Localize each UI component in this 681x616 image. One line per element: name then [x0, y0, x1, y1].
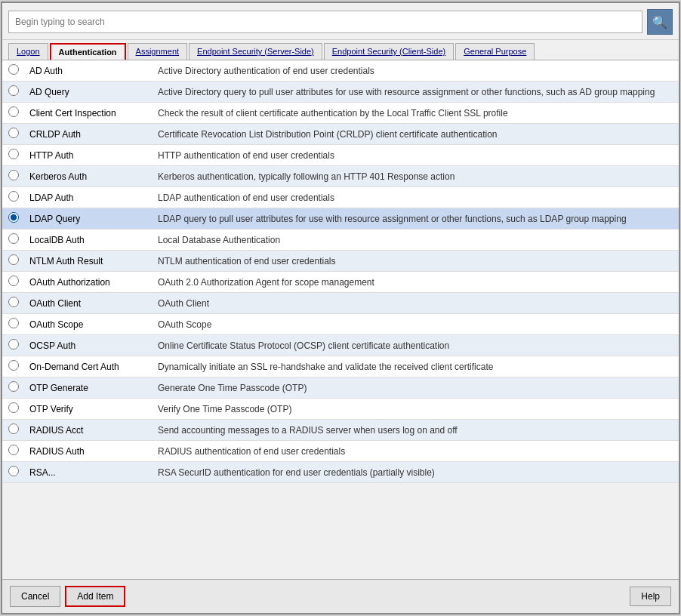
item-radio-ocsp-auth[interactable]: [8, 339, 19, 350]
table-row: OCSP AuthOnline Certificate Status Proto…: [2, 335, 679, 356]
item-radio-otp-verify[interactable]: [8, 402, 19, 413]
item-description: Active Directory query to pull user attr…: [153, 82, 679, 103]
item-description: OAuth 2.0 Authorization Agent for scope …: [153, 272, 679, 293]
item-description: Kerberos authentication, typically follo…: [153, 166, 679, 187]
content-area: AD AuthActive Directory authentication o…: [2, 60, 679, 579]
tab-authentication[interactable]: Authentication: [50, 43, 126, 60]
item-description: Dynamically initiate an SSL re-handshake…: [153, 356, 679, 377]
dialog: 🔍 LogonAuthenticationAssignmentEndpoint …: [1, 2, 680, 614]
table-row: OAuth AuthorizationOAuth 2.0 Authorizati…: [2, 272, 679, 293]
item-description: Check the result of client certificate a…: [153, 103, 679, 124]
tab-endpoint-client[interactable]: Endpoint Security (Client-Side): [324, 43, 454, 60]
item-name: On-Demand Cert Auth: [25, 356, 153, 377]
table-row: OTP GenerateGenerate One Time Passcode (…: [2, 377, 679, 399]
table-row: Kerberos AuthKerberos authentication, ty…: [2, 166, 679, 187]
item-name: AD Auth: [25, 60, 153, 82]
item-description: Verify One Time Passcode (OTP): [153, 399, 679, 420]
item-description: Send accounting messages to a RADIUS ser…: [153, 420, 679, 441]
table-row: AD QueryActive Directory query to pull u…: [2, 82, 679, 103]
item-radio-localdb-auth[interactable]: [8, 233, 19, 244]
item-name: OTP Generate: [25, 377, 153, 399]
table-row: RADIUS AuthRADIUS authentication of end …: [2, 441, 679, 462]
item-radio-oauth-scope[interactable]: [8, 318, 19, 328]
item-description: RADIUS authentication of end user creden…: [153, 441, 679, 462]
item-description: NTLM authentication of end user credenti…: [153, 251, 679, 272]
item-radio-crldp-auth[interactable]: [8, 128, 19, 138]
cancel-button[interactable]: Cancel: [10, 586, 60, 607]
item-description: OAuth Client: [153, 293, 679, 314]
item-name: RSA...: [25, 462, 153, 483]
table-row: CRLDP AuthCertificate Revocation List Di…: [2, 124, 679, 145]
tab-general[interactable]: General Purpose: [455, 43, 535, 60]
table-row: OTP VerifyVerify One Time Passcode (OTP): [2, 399, 679, 420]
item-description: RSA SecurID authentication for end user …: [153, 462, 679, 483]
item-radio-ondemand-cert[interactable]: [8, 360, 19, 371]
item-name: LocalDB Auth: [25, 229, 153, 251]
item-name: OAuth Authorization: [25, 272, 153, 293]
search-bar: 🔍: [2, 3, 679, 40]
item-description: Certificate Revocation List Distribution…: [153, 124, 679, 145]
item-radio-http-auth[interactable]: [8, 149, 19, 159]
table-row: AD AuthActive Directory authentication o…: [2, 60, 679, 82]
item-radio-radius-acct[interactable]: [8, 424, 19, 434]
help-button[interactable]: Help: [630, 587, 671, 606]
item-radio-oauth-client[interactable]: [8, 297, 19, 307]
item-description: OAuth Scope: [153, 314, 679, 335]
item-description: Local Database Authentication: [153, 229, 679, 251]
item-radio-client-cert[interactable]: [8, 106, 19, 117]
table-row: NTLM Auth ResultNTLM authentication of e…: [2, 251, 679, 272]
table-row: OAuth ScopeOAuth Scope: [2, 314, 679, 335]
search-input[interactable]: [8, 11, 642, 33]
tab-assignment[interactable]: Assignment: [128, 43, 187, 60]
items-table-container[interactable]: AD AuthActive Directory authentication o…: [2, 60, 679, 579]
item-description: Online Certificate Status Protocol (OCSP…: [153, 335, 679, 356]
table-row: RSA...RSA SecurID authentication for end…: [2, 462, 679, 483]
tabs-container: LogonAuthenticationAssignmentEndpoint Se…: [2, 40, 679, 60]
item-name: AD Query: [25, 82, 153, 103]
item-name: RADIUS Auth: [25, 441, 153, 462]
add-item-button[interactable]: Add Item: [65, 586, 125, 607]
search-button[interactable]: 🔍: [647, 9, 673, 35]
item-description: HTTP authentication of end user credenti…: [153, 145, 679, 166]
search-icon: 🔍: [652, 15, 667, 29]
table-row: On-Demand Cert AuthDynamically initiate …: [2, 356, 679, 377]
items-table: AD AuthActive Directory authentication o…: [2, 60, 679, 483]
table-row: LocalDB AuthLocal Database Authenticatio…: [2, 229, 679, 251]
item-radio-ad-auth[interactable]: [8, 64, 19, 75]
item-description: Active Directory authentication of end u…: [153, 60, 679, 82]
table-row: HTTP AuthHTTP authentication of end user…: [2, 145, 679, 166]
item-name: Client Cert Inspection: [25, 103, 153, 124]
item-radio-ldap-query[interactable]: [8, 212, 19, 223]
item-description: Generate One Time Passcode (OTP): [153, 377, 679, 399]
item-radio-ad-query[interactable]: [8, 85, 19, 96]
table-row: Client Cert InspectionCheck the result o…: [2, 103, 679, 124]
table-row: LDAP QueryLDAP query to pull user attrib…: [2, 208, 679, 229]
item-radio-otp-generate[interactable]: [8, 381, 19, 392]
item-radio-radius-auth[interactable]: [8, 445, 19, 455]
item-radio-ldap-auth[interactable]: [8, 191, 19, 202]
footer-left: Cancel Add Item: [10, 586, 125, 607]
item-name: Kerberos Auth: [25, 166, 153, 187]
item-name: RADIUS Acct: [25, 420, 153, 441]
table-row: LDAP AuthLDAP authentication of end user…: [2, 187, 679, 208]
item-name: HTTP Auth: [25, 145, 153, 166]
item-name: CRLDP Auth: [25, 124, 153, 145]
tab-logon[interactable]: Logon: [8, 43, 48, 60]
footer: Cancel Add Item Help: [2, 579, 679, 613]
item-name: LDAP Query: [25, 208, 153, 229]
table-row: OAuth ClientOAuth Client: [2, 293, 679, 314]
tab-endpoint-server[interactable]: Endpoint Security (Server-Side): [189, 43, 322, 60]
item-name: NTLM Auth Result: [25, 251, 153, 272]
item-name: OCSP Auth: [25, 335, 153, 356]
item-name: LDAP Auth: [25, 187, 153, 208]
item-description: LDAP query to pull user attributes for u…: [153, 208, 679, 229]
item-radio-ntlm-auth[interactable]: [8, 254, 19, 265]
item-radio-kerberos-auth[interactable]: [8, 170, 19, 180]
table-row: RADIUS AcctSend accounting messages to a…: [2, 420, 679, 441]
item-name: OTP Verify: [25, 399, 153, 420]
item-radio-oauth-authz[interactable]: [8, 276, 19, 286]
item-description: LDAP authentication of end user credenti…: [153, 187, 679, 208]
item-name: OAuth Scope: [25, 314, 153, 335]
item-radio-rsa[interactable]: [8, 466, 19, 476]
item-name: OAuth Client: [25, 293, 153, 314]
